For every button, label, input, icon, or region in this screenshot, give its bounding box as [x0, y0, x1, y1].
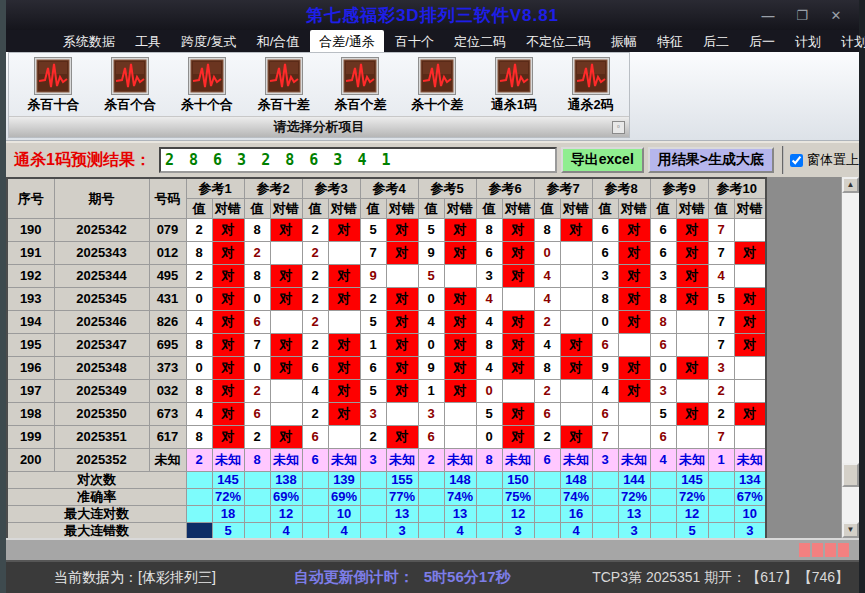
- value-cell[interactable]: 3: [360, 449, 386, 472]
- mark-cell[interactable]: [444, 426, 476, 449]
- value-cell[interactable]: 2: [186, 449, 212, 472]
- value-cell[interactable]: 2: [302, 288, 328, 311]
- value-cell[interactable]: 3: [650, 380, 676, 403]
- mark-cell[interactable]: 对: [734, 242, 766, 265]
- summary-spacer-cell[interactable]: [302, 506, 328, 523]
- mark-cell[interactable]: 对: [676, 403, 708, 426]
- summary-value-cell[interactable]: 72%: [676, 489, 708, 506]
- summary-spacer-cell[interactable]: [592, 506, 618, 523]
- value-cell[interactable]: 7: [708, 242, 734, 265]
- value-cell[interactable]: 5: [360, 219, 386, 242]
- value-cell[interactable]: 6: [650, 219, 676, 242]
- mark-cell[interactable]: 对: [676, 265, 708, 288]
- value-cell[interactable]: 6: [302, 449, 328, 472]
- value-cell[interactable]: 6: [592, 219, 618, 242]
- tool-button-通杀2码[interactable]: 通杀2码: [552, 57, 629, 114]
- mark-cell[interactable]: 对: [386, 219, 418, 242]
- summary-value-cell[interactable]: 138: [270, 472, 302, 489]
- value-cell[interactable]: 2: [244, 380, 270, 403]
- mark-cell[interactable]: [328, 426, 360, 449]
- mark-cell[interactable]: 对: [618, 288, 650, 311]
- value-cell[interactable]: 4: [592, 380, 618, 403]
- summary-value-cell[interactable]: 12: [676, 506, 708, 523]
- mark-cell[interactable]: 对: [560, 357, 592, 380]
- tool-button-通杀1码[interactable]: 通杀1码: [476, 57, 553, 114]
- mark-cell[interactable]: [386, 403, 418, 426]
- summary-spacer-cell[interactable]: [244, 506, 270, 523]
- summary-value-cell[interactable]: 13: [444, 506, 476, 523]
- value-cell[interactable]: 2: [360, 426, 386, 449]
- value-cell[interactable]: 7: [708, 311, 734, 334]
- summary-spacer-cell[interactable]: [534, 489, 560, 506]
- summary-value-cell[interactable]: 74%: [444, 489, 476, 506]
- value-cell[interactable]: 8: [186, 426, 212, 449]
- seq-cell[interactable]: 196: [7, 357, 54, 380]
- summary-spacer-cell[interactable]: [592, 472, 618, 489]
- summary-spacer-cell[interactable]: [708, 489, 734, 506]
- value-cell[interactable]: 8: [186, 242, 212, 265]
- summary-spacer-cell[interactable]: [476, 489, 502, 506]
- value-cell[interactable]: 0: [592, 311, 618, 334]
- summary-value-cell[interactable]: 75%: [502, 489, 534, 506]
- mark-cell[interactable]: 对: [560, 334, 592, 357]
- summary-spacer-cell[interactable]: [534, 523, 560, 539]
- mark-cell[interactable]: [734, 265, 766, 288]
- value-cell[interactable]: 7: [244, 334, 270, 357]
- scroll-up-button[interactable]: ▲: [842, 177, 859, 193]
- value-cell[interactable]: 5: [418, 219, 444, 242]
- mark-cell[interactable]: [560, 403, 592, 426]
- mark-cell[interactable]: 未知: [618, 449, 650, 472]
- export-excel-button[interactable]: 导出excel: [561, 147, 644, 173]
- summary-value-cell[interactable]: 12: [502, 506, 534, 523]
- value-cell[interactable]: 8: [534, 219, 560, 242]
- value-cell[interactable]: 4: [476, 311, 502, 334]
- summary-spacer-cell[interactable]: [186, 472, 212, 489]
- seq-cell[interactable]: 200: [7, 449, 54, 472]
- mark-cell[interactable]: [270, 311, 302, 334]
- value-cell[interactable]: 5: [360, 380, 386, 403]
- mark-cell[interactable]: 未知: [328, 449, 360, 472]
- value-cell[interactable]: 0: [650, 357, 676, 380]
- value-cell[interactable]: 7: [708, 426, 734, 449]
- value-cell[interactable]: 3: [592, 265, 618, 288]
- issue-cell[interactable]: 2025345: [54, 288, 149, 311]
- mark-cell[interactable]: [676, 334, 708, 357]
- value-cell[interactable]: 8: [186, 380, 212, 403]
- summary-spacer-cell[interactable]: [708, 506, 734, 523]
- mark-cell[interactable]: 对: [386, 288, 418, 311]
- mark-cell[interactable]: [270, 380, 302, 403]
- mark-cell[interactable]: 对: [386, 242, 418, 265]
- summary-value-cell[interactable]: 134: [734, 472, 766, 489]
- summary-spacer-cell[interactable]: [592, 523, 618, 539]
- mark-cell[interactable]: 对: [502, 403, 534, 426]
- summary-value-cell[interactable]: 4: [444, 523, 476, 539]
- value-cell[interactable]: 2: [360, 288, 386, 311]
- summary-spacer-cell[interactable]: [360, 506, 386, 523]
- summary-value-cell[interactable]: 155: [386, 472, 418, 489]
- summary-spacer-cell[interactable]: [476, 523, 502, 539]
- summary-value-cell[interactable]: 3: [618, 523, 650, 539]
- panel-grid-icon[interactable]: ▫: [612, 121, 625, 134]
- mark-cell[interactable]: [444, 403, 476, 426]
- mark-cell[interactable]: 对: [734, 288, 766, 311]
- number-cell[interactable]: 695: [149, 334, 186, 357]
- seq-cell[interactable]: 192: [7, 265, 54, 288]
- number-cell[interactable]: 未知: [149, 449, 186, 472]
- mark-cell[interactable]: [618, 403, 650, 426]
- value-cell[interactable]: 2: [302, 242, 328, 265]
- mark-cell[interactable]: [618, 334, 650, 357]
- value-cell[interactable]: 2: [534, 426, 560, 449]
- issue-cell[interactable]: 2025344: [54, 265, 149, 288]
- mark-cell[interactable]: 对: [502, 334, 534, 357]
- summary-value-cell[interactable]: 148: [560, 472, 592, 489]
- mark-cell[interactable]: 对: [502, 311, 534, 334]
- summary-value-cell[interactable]: 145: [676, 472, 708, 489]
- value-cell[interactable]: 0: [534, 242, 560, 265]
- summary-value-cell[interactable]: 145: [212, 472, 244, 489]
- mark-cell[interactable]: 对: [502, 357, 534, 380]
- value-cell[interactable]: 7: [360, 242, 386, 265]
- value-cell[interactable]: 6: [302, 357, 328, 380]
- value-cell[interactable]: 4: [708, 265, 734, 288]
- seq-cell[interactable]: 198: [7, 403, 54, 426]
- mark-cell[interactable]: [734, 357, 766, 380]
